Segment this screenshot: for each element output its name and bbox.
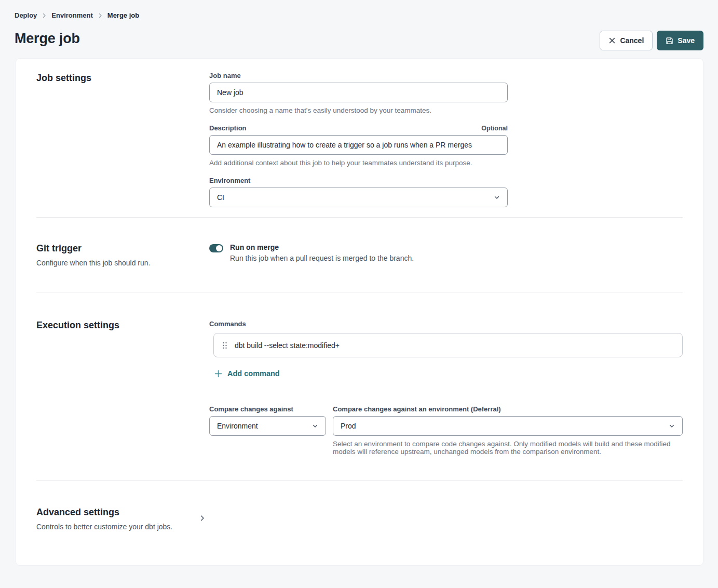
description-field-group: Description Optional Add additional cont…: [209, 124, 508, 167]
description-input[interactable]: [209, 135, 508, 155]
save-button-label: Save: [678, 36, 695, 45]
description-helper: Add additional context about this job to…: [209, 159, 508, 167]
floppy-disk-icon: [666, 37, 673, 45]
compare-settings-row: Compare changes against Environment Comp…: [209, 405, 683, 456]
section-execution-settings: Execution settings Commands dbt build --…: [36, 292, 683, 480]
save-button[interactable]: Save: [657, 31, 703, 50]
compare-against-label: Compare changes against: [209, 405, 326, 413]
git-trigger-subheading: Configure when this job should run.: [36, 259, 209, 267]
advanced-settings-expand-button[interactable]: [199, 507, 206, 531]
description-label: Description: [209, 124, 247, 132]
run-on-merge-label: Run on merge: [230, 243, 414, 251]
environment-field-group: Environment CI: [209, 177, 508, 207]
toggle-knob: [216, 245, 222, 251]
breadcrumb-deploy[interactable]: Deploy: [15, 11, 37, 19]
environment-label: Environment: [209, 177, 508, 184]
job-name-input[interactable]: [209, 83, 508, 102]
section-job-settings: Job settings Job name Consider choosing …: [36, 59, 683, 217]
description-optional-badge: Optional: [481, 125, 508, 132]
deferral-select[interactable]: Prod: [333, 416, 683, 436]
chevron-right-icon: [98, 13, 103, 18]
drag-handle-icon[interactable]: [222, 341, 227, 350]
add-command-label: Add command: [227, 369, 280, 378]
breadcrumb: Deploy Environment Merge job: [15, 11, 703, 19]
compare-against-select[interactable]: Environment: [209, 416, 326, 436]
add-command-button[interactable]: Add command: [214, 369, 280, 378]
chevron-right-icon: [199, 514, 206, 523]
run-on-merge-description: Run this job when a pull request is merg…: [230, 254, 414, 262]
command-text: dbt build --select state:modified+: [235, 341, 340, 350]
run-on-merge-toggle[interactable]: [209, 244, 223, 252]
command-row[interactable]: dbt build --select state:modified+: [213, 333, 683, 357]
git-trigger-heading: Git trigger: [36, 243, 209, 254]
top-bar: Deploy Environment Merge job Merge job C…: [0, 0, 718, 50]
plus-icon: [214, 370, 222, 378]
deferral-label: Compare changes against an environment (…: [333, 405, 683, 413]
execution-settings-heading: Execution settings: [36, 320, 209, 331]
chevron-right-icon: [42, 13, 47, 18]
commands-label: Commands: [209, 320, 683, 328]
compare-against-select-value: Environment: [217, 422, 258, 430]
job-settings-card: Job settings Job name Consider choosing …: [16, 58, 703, 566]
deferral-helper: Select an environment to compare code ch…: [333, 440, 683, 456]
environment-select[interactable]: CI: [209, 188, 508, 207]
breadcrumb-environment[interactable]: Environment: [51, 11, 92, 19]
breadcrumb-merge-job: Merge job: [107, 11, 139, 19]
compare-against-group: Compare changes against Environment: [209, 405, 326, 456]
page-header: Merge job Cancel Save: [15, 31, 703, 50]
chevron-down-icon: [312, 423, 318, 429]
header-actions: Cancel Save: [600, 31, 703, 50]
job-name-helper: Consider choosing a name that's easily u…: [209, 106, 508, 114]
section-git-trigger: Git trigger Configure when this job shou…: [36, 218, 683, 292]
advanced-settings-subheading: Controls to better customize your dbt jo…: [36, 523, 199, 531]
section-advanced-settings: Advanced settings Controls to better cus…: [36, 481, 683, 531]
job-name-label: Job name: [209, 72, 508, 79]
cancel-button[interactable]: Cancel: [600, 31, 653, 50]
deferral-group: Compare changes against an environment (…: [333, 405, 683, 456]
chevron-down-icon: [494, 194, 500, 201]
advanced-settings-heading: Advanced settings: [36, 507, 199, 518]
deferral-select-value: Prod: [341, 422, 356, 430]
job-name-field-group: Job name Consider choosing a name that's…: [209, 72, 508, 114]
cancel-button-label: Cancel: [620, 36, 644, 45]
x-icon: [608, 37, 616, 44]
run-on-merge-setting: Run on merge Run this job when a pull re…: [209, 243, 683, 262]
environment-select-value: CI: [217, 193, 224, 202]
job-settings-heading: Job settings: [36, 73, 209, 84]
page-title: Merge job: [15, 31, 80, 47]
chevron-down-icon: [669, 423, 675, 429]
